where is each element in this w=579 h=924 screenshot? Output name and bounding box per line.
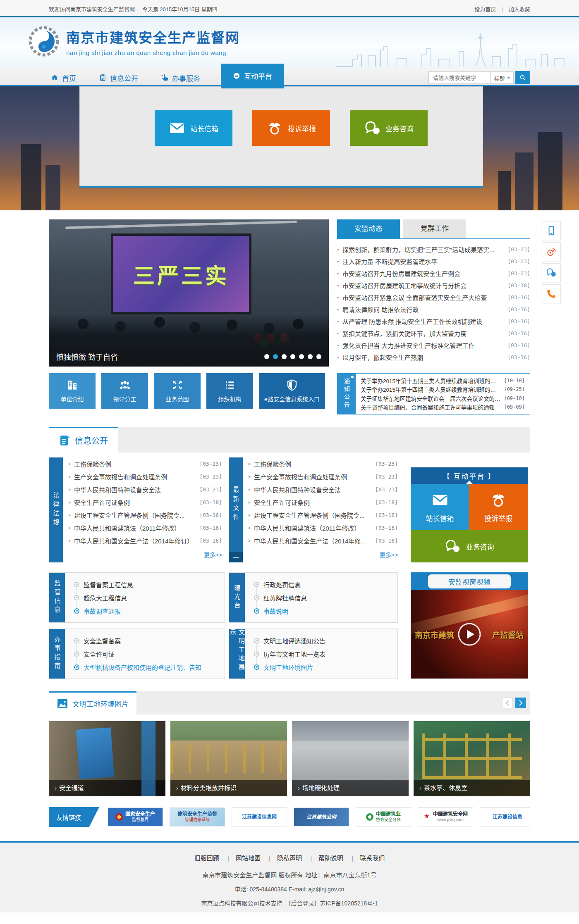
news-item[interactable]: 强化责任担当 大力推进安全生产标准化管理工作[03-16] [337, 339, 530, 351]
set-home-link[interactable]: 设为首页 [474, 6, 496, 12]
file-title[interactable]: 生产安全事故报告和调查处理条例 [254, 472, 372, 481]
news-title[interactable]: 探索创新，群策群力，切实把“三严三实”活动成果落实... [342, 245, 503, 254]
news-item[interactable]: 注入新力量 不断提高安监管理水平[03-23] [337, 255, 530, 267]
law-item[interactable]: 工伤保险条例[03-23] [69, 457, 222, 470]
link-banner[interactable]: 建筑安全生产监督管理信息系统 [170, 807, 225, 826]
business-consult-button[interactable]: 业务咨询 [350, 110, 428, 146]
news-item[interactable]: 从严管理 防患未然 推动安全生产工作长效机制建设[03-16] [337, 315, 530, 327]
more-link[interactable]: 更多>> [69, 550, 222, 559]
notice-title[interactable]: 关于征集华东地区建筑安全联谊会三届六次会议论文的通知 [361, 394, 500, 402]
slider-dot-active[interactable] [273, 354, 278, 359]
law-title[interactable]: 生产安全事故报告和调查处理条例 [74, 472, 196, 481]
box-link-active[interactable]: 文明工地环境图片 [254, 663, 397, 672]
play-icon[interactable] [457, 622, 481, 646]
slider-dot[interactable] [282, 354, 287, 359]
search-button[interactable] [515, 71, 530, 84]
law-item[interactable]: 建设工程安全生产管理条例（国务院令...[03-16] [69, 509, 222, 522]
webmaster-mailbox-button[interactable]: 站长信箱 [155, 110, 232, 146]
more-link[interactable]: 更多>> [249, 550, 398, 559]
info-section-tab[interactable]: 信息公开 [49, 427, 118, 452]
law-title[interactable]: 中华人民共和国特种设备安全法 [74, 485, 196, 494]
file-title[interactable]: 安全生产许可证条例 [254, 498, 372, 507]
notice-item[interactable]: 关于举办2015年第十五期三类人员继续教育培训班的通知[10-10] [361, 376, 525, 385]
law-item[interactable]: 中华人民共和国特种设备安全法[03-23] [69, 483, 222, 496]
complaint-report-button[interactable]: 投诉举报 [252, 110, 330, 146]
slider-dot[interactable] [290, 354, 295, 359]
box-link[interactable]: 安全监督备案 [74, 636, 225, 645]
file-title[interactable]: 中华人民共和国建筑法（2011年修改） [254, 524, 372, 532]
gallery-photo[interactable]: 茶水亭、休息室 [414, 721, 530, 796]
tile-organization[interactable]: 组织机构 [206, 373, 253, 409]
gallery-photo[interactable]: 场地硬化处理 [292, 721, 409, 796]
link-banner[interactable]: 中国建筑业协会安全分会 [356, 807, 411, 826]
law-item[interactable]: 中华人民共和国建筑法（2011年修改）[03-16] [69, 522, 222, 534]
link-banner[interactable]: 江苏建筑业网 [294, 807, 349, 826]
search-input[interactable] [428, 71, 490, 84]
footer-link-sitemap[interactable]: 网站地图 [221, 855, 261, 862]
gallery-prev-button[interactable] [502, 698, 513, 708]
news-title[interactable]: 紧扣关键节点，紧抓关键环节，加大监管力度 [342, 329, 503, 338]
news-title[interactable]: 市安监站召开房屋建筑工地事故统计与分析会 [342, 281, 503, 290]
news-item[interactable]: 探索创新，群策群力，切实把“三严三实”活动成果落实...[03-23] [337, 243, 530, 255]
weibo-button[interactable] [542, 242, 561, 261]
consult-tile[interactable]: 业务咨询 [411, 530, 528, 562]
phone-button[interactable] [542, 284, 561, 303]
notice-title[interactable]: 关于调整项目编码、合同备案和施工许可等事项的通知 [361, 403, 500, 411]
law-item[interactable]: 安全生产许可证条例[03-18] [69, 496, 222, 509]
video-thumbnail[interactable]: 南京市建筑 产监督站 [411, 590, 528, 679]
news-title[interactable]: 以月促年，掀起安全生产热潮 [342, 353, 503, 362]
file-title[interactable]: 中华人民共和国安全生产法（2014年修订） [254, 536, 372, 545]
box-link-active[interactable]: 大型机械设备产权和使用的登记注销、告知 [74, 663, 225, 672]
box-link[interactable]: 监督备案工程信息 [74, 580, 225, 589]
slider-dot[interactable] [299, 354, 304, 359]
notice-title[interactable]: 关于举办2015年第十四期三类人员继续教育培训班的通知 [361, 385, 500, 393]
file-item[interactable]: 生产安全事故报告和调查处理条例[03-23] [249, 470, 398, 483]
link-banner[interactable]: 江苏建设信息 [480, 807, 530, 826]
tab-safety-news[interactable]: 安监动态 [337, 219, 400, 238]
file-item[interactable]: 安全生产许可证条例[03-18] [249, 496, 398, 509]
mobile-site-button[interactable] [542, 221, 561, 240]
tile-esafety-system[interactable]: e路安全信息系统入口 [259, 373, 325, 409]
gallery-next-button[interactable] [515, 698, 526, 708]
gallery-section-tab[interactable]: 文明工地环境图片 [49, 691, 136, 714]
law-title[interactable]: 建设工程安全生产管理条例（国务院令... [74, 511, 196, 519]
news-item[interactable]: 紧扣关键节点，紧抓关键环节，加大监管力度[03-16] [337, 327, 530, 339]
notice-item[interactable]: 关于调整项目编码、合同备案和施工许可等事项的通知[09-09] [361, 403, 525, 411]
slider-dot[interactable] [308, 354, 313, 359]
file-item[interactable]: 建设工程安全生产管理条例（国务院令...[03-16] [249, 509, 398, 522]
news-title[interactable]: 聘请法律顾问 助推依法行政 [342, 305, 503, 314]
add-favorite-link[interactable]: 加入收藏 [509, 6, 530, 12]
box-link[interactable]: 文明工地评选通知公告 [254, 636, 397, 645]
box-link-active[interactable]: 事故说明 [254, 607, 397, 615]
box-link[interactable]: 超危大工程信息 [74, 593, 225, 602]
slider-dot[interactable] [316, 354, 321, 359]
law-item[interactable]: 中华人民共和国安全生产法（2014年修订）[03-16] [69, 534, 222, 547]
law-title[interactable]: 安全生产许可证条例 [74, 498, 196, 507]
complaint-tile[interactable]: 投诉举报 [469, 484, 528, 530]
news-title[interactable]: 从严管理 防患未然 推动安全生产工作长效机制建设 [342, 317, 503, 326]
law-item[interactable]: 生产安全事故报告和调查处理条例[03-23] [69, 470, 222, 483]
box-link[interactable]: 历年市文明工地一览表 [254, 650, 397, 658]
file-item[interactable]: 工伤保险条例[03-23] [249, 457, 398, 470]
news-title[interactable]: 市安监站召开九月份房屋建筑安全生产例会 [342, 269, 503, 278]
file-title[interactable]: 工伤保险条例 [254, 460, 372, 468]
footer-link-help[interactable]: 帮助说明 [304, 855, 343, 862]
video-panel-title[interactable]: 安监视窗视频 [428, 574, 511, 588]
footer-link-old-version[interactable]: 旧版回顾 [194, 855, 219, 862]
box-link[interactable]: 红黄牌挂牌信息 [254, 593, 397, 602]
news-title[interactable]: 注入新力量 不断提高安监管理水平 [342, 257, 503, 266]
link-banner[interactable]: 国家安全生产监督总局 [108, 807, 163, 826]
link-banner[interactable]: 江苏建设信息网 [232, 807, 287, 826]
search-category-select[interactable]: 标题 [490, 71, 514, 84]
tile-leadership[interactable]: 领导分工 [101, 373, 148, 409]
box-link[interactable]: 安全许可证 [74, 650, 225, 658]
link-banner[interactable]: 中国建筑安全网www.jzaq.com [418, 807, 473, 826]
nav-item-home[interactable]: 首页 [49, 69, 78, 86]
nav-item-info[interactable]: 信息公开 [97, 69, 140, 86]
photo-slider[interactable]: 三严三实 慎独慎微 勤于自省 [49, 219, 329, 367]
gallery-photo[interactable]: 安全通道 [49, 721, 165, 796]
notice-title[interactable]: 关于举办2015年第十五期三类人员继续教育培训班的通知 [361, 376, 500, 385]
footer-link-privacy[interactable]: 隐私声明 [262, 855, 302, 862]
tile-unit-intro[interactable]: 单位介绍 [49, 373, 96, 409]
file-item[interactable]: 中华人民共和国安全生产法（2014年修订）[03-16] [249, 534, 398, 547]
